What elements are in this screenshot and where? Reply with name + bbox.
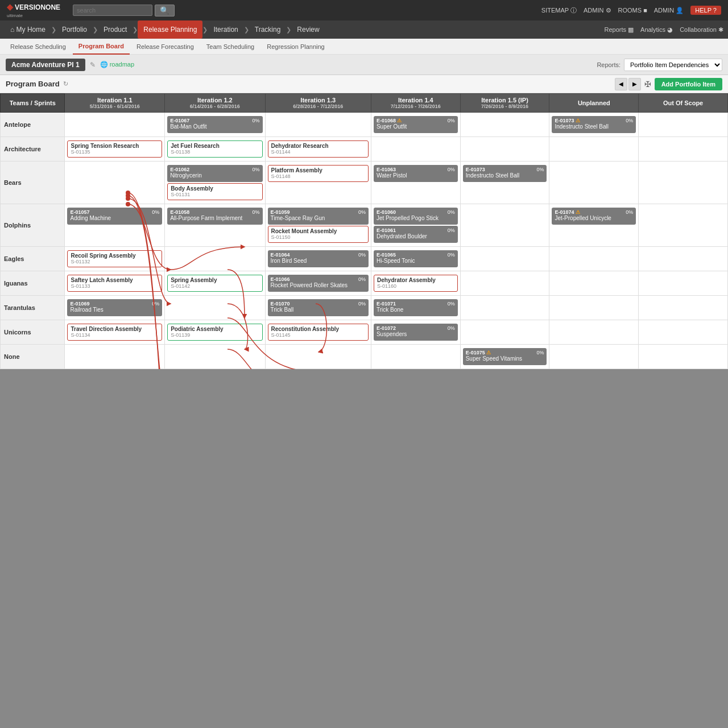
top-bar: ◆ VERSIONONE ultimate 🔍 SITEMAP ⓘ ADMIN … bbox=[0, 0, 728, 20]
roadmap-link[interactable]: 🌐 roadmap bbox=[100, 61, 134, 68]
sitemap-link[interactable]: SITEMAP ⓘ bbox=[541, 6, 577, 15]
card[interactable]: E-01075 ⚠ 0% Super Speed Vitamins bbox=[463, 348, 547, 365]
cell-4-0: Recoil Spring AssemblyS-01132 bbox=[65, 247, 165, 271]
col-unplanned: Unplanned bbox=[549, 94, 639, 113]
card[interactable]: E-01068 ⚠ 0% Super Outfit bbox=[374, 116, 458, 133]
cell-5-2: E-01066 0% Rocket Powered Roller Skates bbox=[265, 271, 371, 296]
top-right-nav: SITEMAP ⓘ ADMIN ⚙ ROOMS ■ ADMIN 👤 HELP ? bbox=[541, 6, 721, 15]
cell-7-3: E-01072 0% Suspenders bbox=[371, 320, 460, 345]
card[interactable]: E-01066 0% Rocket Powered Roller Skates bbox=[268, 275, 369, 292]
help-button[interactable]: HELP ? bbox=[690, 6, 721, 15]
collaboration-nav[interactable]: Collaboration ✱ bbox=[680, 26, 723, 34]
subnav-release-forecasting[interactable]: Release Forecasting bbox=[131, 39, 200, 55]
nav-product[interactable]: Product bbox=[98, 20, 133, 39]
nav-review[interactable]: Review bbox=[291, 20, 325, 39]
card[interactable]: Jet Fuel ResearchS-01138 bbox=[167, 140, 262, 158]
reports-label: Reports: bbox=[597, 61, 621, 68]
card[interactable]: Body AssemblyS-01131 bbox=[167, 183, 262, 200]
cell-1-3 bbox=[371, 137, 460, 162]
card[interactable]: Reconstitution AssemblyS-01145 bbox=[268, 324, 369, 341]
cell-3-0: E-01057 0% Adding Machine bbox=[65, 204, 165, 247]
search-input[interactable] bbox=[73, 5, 152, 16]
logo-sub: ultimate bbox=[7, 13, 23, 18]
main-nav-left: ⌂ My Home ❯ Portfolio ❯ Product ❯ Releas… bbox=[5, 20, 325, 39]
admin2-link[interactable]: ADMIN 👤 bbox=[654, 7, 684, 14]
sub-nav: Release Scheduling Program Board Release… bbox=[0, 39, 728, 55]
card[interactable]: E-01060 0% Jet Propelled Pogo Stick bbox=[374, 208, 458, 225]
prev-arrow[interactable]: ◀ bbox=[615, 78, 627, 90]
card[interactable]: E-01073 0% Indestructo Steel Ball bbox=[463, 165, 547, 182]
board-actions: ◀ ▶ ✠ Add Portfolio Item bbox=[615, 78, 722, 90]
expand-icon[interactable]: ✠ bbox=[644, 80, 651, 89]
card[interactable]: E-01057 0% Adding Machine bbox=[67, 208, 162, 225]
cell-8-3 bbox=[371, 345, 460, 369]
subnav-regression-planning[interactable]: Regression Planning bbox=[261, 39, 330, 55]
analytics-nav[interactable]: Analytics ◕ bbox=[640, 26, 673, 34]
cell-7-1: Podiatric AssemblyS-01139 bbox=[165, 320, 265, 345]
col-iter11: Iteration 1.1 5/31/2016 - 6/14/2016 bbox=[65, 94, 165, 113]
card[interactable]: E-01061 0% Dehydrated Boulder bbox=[374, 226, 458, 243]
reports-select[interactable]: Portfolio Item Dependencies bbox=[624, 59, 722, 71]
cell-2-3: E-01063 0% Water Pistol bbox=[371, 162, 460, 204]
subnav-team-scheduling[interactable]: Team Scheduling bbox=[201, 39, 260, 55]
card[interactable]: E-01074 ⚠ 0% Jet-Propelled Unicycle bbox=[552, 208, 636, 225]
nav-arrows: ◀ ▶ bbox=[615, 78, 641, 90]
cell-5-1: Spring AssemblyS-01142 bbox=[165, 271, 265, 296]
card[interactable]: E-01063 0% Water Pistol bbox=[374, 165, 458, 182]
cell-5-3: Dehydrator AssemblyS-01160 bbox=[371, 271, 460, 296]
cell-3-4 bbox=[460, 204, 549, 247]
card[interactable]: Recoil Spring AssemblyS-01132 bbox=[67, 250, 162, 267]
refresh-icon[interactable]: ↻ bbox=[63, 80, 68, 88]
cell-3-6 bbox=[639, 204, 728, 247]
card[interactable]: Spring Tension ResearchS-01135 bbox=[67, 140, 162, 158]
col-outofscope: Out Of Scope bbox=[639, 94, 728, 113]
subnav-program-board[interactable]: Program Board bbox=[73, 39, 130, 55]
reports-nav[interactable]: Reports ▩ bbox=[604, 26, 634, 34]
card[interactable]: E-01064 0% Iron Bird Seed bbox=[268, 250, 369, 267]
team-cell-2: Bears bbox=[1, 162, 65, 204]
cell-3-5: E-01074 ⚠ 0% Jet-Propelled Unicycle bbox=[549, 204, 639, 247]
card[interactable]: E-01072 0% Suspenders bbox=[374, 324, 458, 341]
card[interactable]: E-01069 0% Railroad Ties bbox=[67, 299, 162, 316]
card[interactable]: E-01067 0% Bat-Man Outfit bbox=[167, 116, 262, 133]
nav-iteration[interactable]: Iteration bbox=[208, 20, 243, 39]
card[interactable]: Rocket Mount AssemblyS-01150 bbox=[268, 226, 369, 243]
search-button[interactable]: 🔍 bbox=[155, 5, 175, 16]
edit-icon[interactable]: ✎ bbox=[90, 61, 96, 69]
card[interactable]: Platform AssemblyS-01148 bbox=[268, 165, 369, 182]
cell-0-6 bbox=[639, 113, 728, 137]
search-bar: 🔍 bbox=[73, 5, 175, 16]
card[interactable]: Saftey Latch AssemblyS-01133 bbox=[67, 275, 162, 292]
next-arrow[interactable]: ▶ bbox=[628, 78, 641, 90]
add-portfolio-button[interactable]: Add Portfolio Item bbox=[655, 78, 722, 90]
program-title[interactable]: Acme Adventure PI 1 bbox=[6, 59, 85, 71]
subnav-release-scheduling[interactable]: Release Scheduling bbox=[5, 39, 72, 55]
card[interactable]: E-01070 0% Trick Ball bbox=[268, 299, 369, 316]
cell-4-1 bbox=[165, 247, 265, 271]
card[interactable]: Dehydrator AssemblyS-01160 bbox=[374, 275, 458, 292]
rooms-link[interactable]: ROOMS ■ bbox=[618, 7, 647, 14]
logo-area: ◆ VERSIONONE ultimate 🔍 bbox=[7, 2, 175, 18]
card[interactable]: Travel Direction AssemblyS-01134 bbox=[67, 324, 162, 341]
team-cell-6: Tarantulas bbox=[1, 296, 65, 320]
nav-tracking[interactable]: Tracking bbox=[249, 20, 287, 39]
cell-2-4: E-01073 0% Indestructo Steel Ball bbox=[460, 162, 549, 204]
card[interactable]: Spring AssemblyS-01142 bbox=[167, 275, 262, 292]
cell-2-0 bbox=[65, 162, 165, 204]
nav-release-planning[interactable]: Release Planning bbox=[138, 20, 202, 39]
card[interactable]: Podiatric AssemblyS-01139 bbox=[167, 324, 262, 341]
col-iter12: Iteration 1.2 6/14/2016 - 6/28/2016 bbox=[165, 94, 265, 113]
card[interactable]: E-01071 0% Trick Bone bbox=[374, 299, 458, 316]
card[interactable]: E-01073 ⚠ 0% Indestructo Steel Ball bbox=[552, 116, 636, 133]
card[interactable]: E-01059 0% Time-Space Ray Gun bbox=[268, 208, 369, 225]
card[interactable]: Dehydrator ResearchS-01144 bbox=[268, 140, 369, 158]
nav-myhome[interactable]: ⌂ My Home bbox=[5, 20, 51, 39]
card[interactable]: E-01058 0% All-Purpose Farm Implement bbox=[167, 208, 262, 225]
nav-portfolio[interactable]: Portfolio bbox=[56, 20, 93, 39]
cell-6-6 bbox=[639, 296, 728, 320]
card[interactable]: E-01062 0% Nitroglycerin bbox=[167, 165, 262, 182]
cell-1-2: Dehydrator ResearchS-01144 bbox=[265, 137, 371, 162]
admin-link[interactable]: ADMIN ⚙ bbox=[584, 7, 611, 14]
team-cell-7: Unicorns bbox=[1, 320, 65, 345]
card[interactable]: E-01065 0% Hi-Speed Tonic bbox=[374, 250, 458, 267]
